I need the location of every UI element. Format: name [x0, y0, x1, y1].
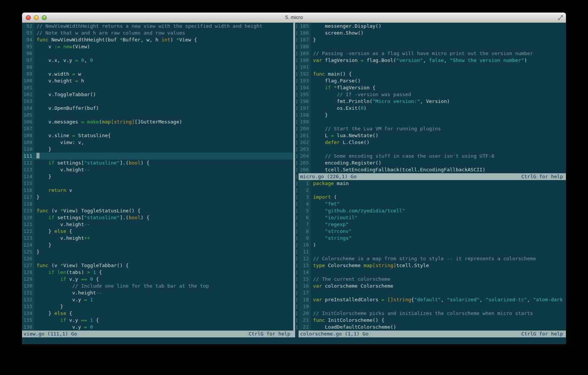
code-line[interactable]: 5 "github.com/zyedidia/tcell": [299, 207, 566, 214]
code-line[interactable]: 194 if *flagVersion {: [299, 84, 566, 91]
pane-view-go[interactable]: 92// NewViewWidthHeight returns a new vi…: [22, 23, 293, 337]
code-line[interactable]: 126: [22, 255, 293, 262]
code-line[interactable]: 113 v.height--: [22, 166, 293, 173]
code-line[interactable]: 21func InitColorscheme() {: [299, 317, 566, 324]
code-line[interactable]: 189// Passing -version as a flag will ha…: [299, 50, 566, 57]
window-titlebar[interactable]: 5. micro: [22, 13, 566, 23]
code-line[interactable]: 8 "strconv": [299, 228, 566, 235]
code-line[interactable]: 118: [22, 201, 293, 207]
code-line[interactable]: 114 }: [22, 173, 293, 180]
code-line[interactable]: 120 if settings["statusline"].(bool) {: [22, 214, 293, 221]
code-line[interactable]: 95 v := new(View): [22, 43, 293, 50]
code-line[interactable]: 188: [299, 43, 566, 50]
code-line[interactable]: 201 L = lua.NewState(): [299, 132, 566, 139]
code-line[interactable]: 130 // Include one line for the tab bar …: [22, 283, 293, 290]
code-line[interactable]: 15// The current colorscheme: [299, 276, 566, 283]
code-line[interactable]: 121 v.height--: [22, 221, 293, 228]
code-line[interactable]: 200 // Start the Lua VM for running plug…: [299, 125, 566, 132]
code-line[interactable]: 1package main: [299, 180, 566, 187]
code-line[interactable]: 3import (: [299, 194, 566, 201]
code-line[interactable]: 134 } else {: [22, 310, 293, 317]
code-line[interactable]: 6 "io/ioutil": [299, 214, 566, 221]
code-line[interactable]: 206 tcell.SetEncodingFallback(tcell.Enco…: [299, 166, 566, 173]
code-line[interactable]: 99 v.width = w: [22, 71, 293, 78]
code-line[interactable]: 111: [22, 153, 293, 160]
code-line[interactable]: 190var flagVersion = flag.Bool("version"…: [299, 57, 566, 64]
code-line[interactable]: 192func main() {: [299, 71, 566, 78]
code-line[interactable]: 106 v.messages = make(map[string][]Gutte…: [22, 119, 293, 125]
code-line[interactable]: 123 v.height++: [22, 235, 293, 242]
code-line[interactable]: 124 }: [22, 242, 293, 248]
code-line[interactable]: 132 v.y = 1: [22, 296, 293, 303]
line-number: 19: [299, 303, 311, 310]
code-line[interactable]: 185 messenger.Display(): [299, 23, 566, 30]
code-line[interactable]: 196 fmt.Println("Micro version:", Versio…: [299, 98, 566, 105]
code-line[interactable]: 4 "fmt": [299, 201, 566, 207]
code-line[interactable]: 119func (v *View) ToggleStatusLine() {: [22, 207, 293, 214]
resize-icon[interactable]: [558, 15, 563, 21]
code-line[interactable]: 18var preInstalledColors = []string{"def…: [299, 296, 566, 303]
code-line[interactable]: 199: [299, 119, 566, 125]
code-line[interactable]: 136 v.y = 0: [22, 324, 293, 331]
code-line[interactable]: 116 return v: [22, 187, 293, 194]
code-line[interactable]: 187}: [299, 36, 566, 43]
code-line[interactable]: 94func NewViewWidthHeight(buf *Buffer, w…: [22, 36, 293, 43]
code-line[interactable]: 203: [299, 146, 566, 153]
code-line[interactable]: 92// NewViewWidthHeight returns a new vi…: [22, 23, 293, 30]
code-line[interactable]: 205 encoding.Register(): [299, 160, 566, 166]
code-line[interactable]: 9 "strings": [299, 235, 566, 242]
code-line[interactable]: 98: [22, 64, 293, 71]
code-line[interactable]: 101: [22, 84, 293, 91]
code-line[interactable]: 122 } else {: [22, 228, 293, 235]
code-line[interactable]: 17: [299, 290, 566, 296]
divider-bar-glyph: |: [295, 296, 299, 303]
code-line[interactable]: 104 v.OpenBuffer(buf): [22, 105, 293, 112]
code-line[interactable]: 191: [299, 64, 566, 71]
code-line[interactable]: 197 os.Exit(0): [299, 105, 566, 112]
pane-micro-go[interactable]: 185 messenger.Display()186 screen.Show()…: [299, 23, 566, 180]
divider-bar-glyph: |: [295, 187, 299, 194]
code-line[interactable]: 16var colorscheme Colorscheme: [299, 283, 566, 290]
code-line[interactable]: 22 LoadDefaultColorscheme(): [299, 324, 566, 331]
code-line[interactable]: 193 flag.Parse(): [299, 78, 566, 84]
code-line[interactable]: 10): [299, 242, 566, 248]
pane-colorscheme-go[interactable]: 1package main23import (4 "fmt"5 "github.…: [299, 180, 566, 337]
code-line[interactable]: 135 if v.y == 1 {: [22, 317, 293, 324]
code-line[interactable]: 186 screen.Show(): [299, 30, 566, 36]
code-line[interactable]: 100 v.height = h: [22, 78, 293, 84]
code-line[interactable]: 133 }: [22, 303, 293, 310]
code-line[interactable]: 108 v.sline = Statusline{: [22, 132, 293, 139]
code-line[interactable]: 202 defer L.Close(): [299, 139, 566, 146]
code-line[interactable]: 127func (v *View) ToggleTabbar() {: [22, 262, 293, 269]
code-line[interactable]: 103: [22, 98, 293, 105]
line-number: 102: [22, 91, 34, 98]
split-divider[interactable]: ||||||||||||||||||||||||||||||||||||||||…: [293, 23, 299, 337]
code-line[interactable]: 102 v.ToggleTabbar(): [22, 91, 293, 98]
code-line[interactable]: 112 if settings["statusline"].(bool) {: [22, 160, 293, 166]
code-line[interactable]: 11: [299, 248, 566, 255]
code-line[interactable]: 96: [22, 50, 293, 57]
code-line[interactable]: 2: [299, 187, 566, 194]
code-line[interactable]: 129 if v.y == 0 {: [22, 276, 293, 283]
code-line[interactable]: 109 view: v,: [22, 139, 293, 146]
code-line[interactable]: 13type Colorscheme map[string]tcell.Styl…: [299, 262, 566, 269]
code-line[interactable]: 20// InitColorscheme picks and initializ…: [299, 310, 566, 317]
code-line[interactable]: 204 // Some encoding stuff in case the u…: [299, 153, 566, 160]
code-line[interactable]: 105: [22, 112, 293, 119]
command-message-line[interactable]: [22, 337, 566, 344]
code-line[interactable]: 97 v.x, v.y = 0, 0: [22, 57, 293, 64]
code-line[interactable]: 107: [22, 125, 293, 132]
code-line[interactable]: 110 }: [22, 146, 293, 153]
code-line[interactable]: 198 }: [299, 112, 566, 119]
code-line[interactable]: 128 if len(tabs) > 1 {: [22, 269, 293, 276]
code-line[interactable]: 131 v.height--: [22, 290, 293, 296]
code-line[interactable]: 7 "regexp": [299, 221, 566, 228]
code-line[interactable]: 115: [22, 180, 293, 187]
code-line[interactable]: 19: [299, 303, 566, 310]
code-line[interactable]: 93// Note that w and h are raw column an…: [22, 30, 293, 36]
code-line[interactable]: 125}: [22, 248, 293, 255]
code-line[interactable]: 12// Colorscheme is a map from string to…: [299, 255, 566, 262]
code-line[interactable]: 117}: [22, 194, 293, 201]
code-line[interactable]: 14: [299, 269, 566, 276]
code-line[interactable]: 195 // If -version was passed: [299, 91, 566, 98]
